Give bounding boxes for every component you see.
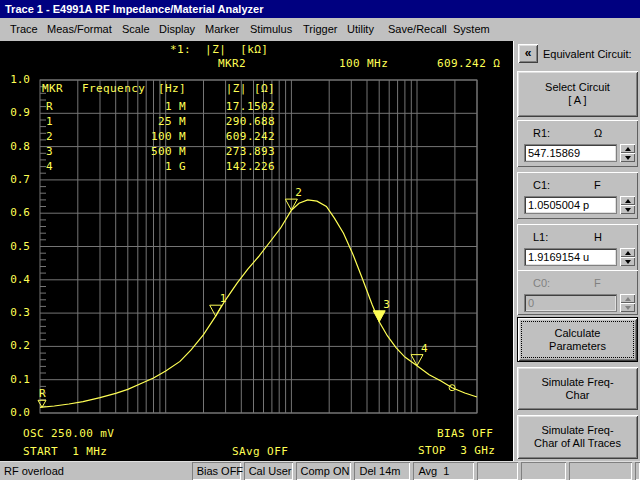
collapse-sidebar-button[interactable]: « — [518, 44, 538, 63]
sweep-average-label: SAvg OFF — [232, 446, 288, 458]
status-message: RF overload — [0, 462, 189, 480]
param-unit-r1: Ω — [594, 127, 602, 139]
param-unit-c0: F — [594, 277, 601, 289]
param-input-c0: 0 — [524, 294, 617, 312]
window-title: Trace 1 - E4991A RF Impedance/Material A… — [5, 3, 263, 15]
stop-frequency-label: STOP 3 GHz — [418, 445, 495, 457]
menu-item-marker[interactable]: Marker — [203, 18, 241, 41]
simulate-freq-char-all-label: Simulate Freq-Char of All Traces — [533, 424, 623, 450]
svg-text:2: 2 — [295, 186, 302, 199]
menu-bar: TraceMeas/FormatScaleDisplayMarkerStimul… — [0, 18, 640, 41]
menu-item-stimulus[interactable]: Stimulus — [248, 18, 294, 41]
status-cell-comp-on: Comp ON — [296, 462, 352, 480]
title-bar: Trace 1 - E4991A RF Impedance/Material A… — [0, 0, 640, 18]
marker-table-row-R: R1 M17.1502 — [40, 101, 275, 113]
param-group-r1: R1:Ω547.15869 — [517, 120, 638, 167]
marker-table-row-1: 125 M290.688 — [40, 116, 275, 128]
menu-item-system[interactable]: System — [451, 18, 492, 41]
bias-status-label: BIAS OFF — [437, 428, 493, 440]
y-tick-label: 0.8 — [4, 141, 30, 153]
select-circuit-line2: [ A ] — [533, 94, 623, 107]
svg-text:R: R — [39, 387, 46, 400]
spin-down-r1[interactable] — [620, 153, 635, 162]
active-marker-frequency: 100 MHz — [339, 58, 388, 70]
marker-table-row-4: 41 G142.226 — [40, 161, 275, 173]
y-tick-label: 0.6 — [4, 207, 30, 219]
param-unit-c1: F — [594, 179, 601, 191]
y-tick-label: 0.4 — [4, 274, 30, 286]
spin-down-l1[interactable] — [620, 257, 635, 266]
spin-up-r1[interactable] — [620, 144, 635, 153]
marker-R: R — [38, 387, 46, 407]
select-circuit-button[interactable]: Select Circuit [ A ] — [517, 71, 638, 117]
status-cell-del-14m: Del 14m — [354, 462, 410, 480]
softkey-sidebar: « Equivalent Circuit: Select Circuit [ A… — [513, 41, 640, 461]
marker-table-row-2: 2100 M609.242 — [40, 131, 275, 143]
instrument-screen: R1234 *1: |Z| [kΩ] MKR2 100 MHz 609.242 … — [0, 41, 513, 461]
y-tick-label: 0.2 — [4, 340, 30, 352]
param-group-l1: L1:H1.9169154 u — [517, 224, 638, 271]
marker-table-row-3: 3500 M273.893 — [40, 146, 275, 158]
marker-table-header: MKR Frequency [Hz] |Z| [Ω] — [40, 83, 275, 95]
menu-item-scale[interactable]: Scale — [120, 18, 152, 41]
svg-text:3: 3 — [383, 298, 390, 311]
calculate-parameters-label: Calculate Parameters — [533, 327, 623, 353]
param-label-r1: R1: — [533, 127, 550, 139]
menu-item-display[interactable]: Display — [157, 18, 197, 41]
y-tick-label: 0.1 — [4, 374, 30, 386]
param-group-c1: C1:F1.0505004 p — [517, 172, 638, 219]
select-circuit-line1: Select Circuit — [533, 81, 623, 94]
spin-up-l1[interactable] — [620, 248, 635, 257]
marker-2: 2 — [285, 186, 302, 210]
y-tick-label: 0.3 — [4, 307, 30, 319]
param-input-c1[interactable]: 1.0505004 p — [524, 196, 617, 214]
menu-item-meas-format[interactable]: Meas/Format — [45, 18, 114, 41]
status-cell-bias-off: Bias OFF — [192, 462, 241, 480]
param-input-r1[interactable]: 547.15869 — [524, 144, 617, 162]
calculate-parameters-button[interactable]: Calculate Parameters — [517, 317, 638, 362]
menu-item-utility[interactable]: Utility — [345, 18, 376, 41]
param-group-c0: C0:F0 — [517, 270, 638, 315]
y-tick-label: 0.9 — [4, 107, 30, 119]
param-label-c0: C0: — [533, 277, 550, 289]
param-unit-l1: H — [594, 231, 602, 243]
simulate-freq-char-button[interactable]: Simulate Freq-Char — [517, 367, 638, 410]
simulate-freq-char-label: Simulate Freq-Char — [533, 376, 623, 402]
menu-item-trigger[interactable]: Trigger — [301, 18, 339, 41]
col-mkr: MKR — [40, 83, 78, 95]
start-frequency-label: START 1 MHz — [23, 446, 107, 458]
status-cell-empty — [477, 462, 518, 480]
menu-item-save-recall[interactable]: Save/Recall — [386, 18, 449, 41]
status-cell-avg-1: Avg 1 — [413, 462, 474, 480]
status-cell-cal-user: Cal User — [244, 462, 293, 480]
marker-4: 4 — [411, 342, 428, 366]
trace-format-label: *1: |Z| [kΩ] — [170, 44, 268, 56]
y-tick-label: 0.5 — [4, 241, 30, 253]
col-z: |Z| [Ω] — [186, 83, 275, 95]
active-marker-name: MKR2 — [218, 58, 246, 70]
status-bar: RF overload Bias OFFCal UserComp ONDel 1… — [0, 461, 640, 480]
spin-up-c0 — [620, 294, 635, 303]
simulate-freq-char-all-button[interactable]: Simulate Freq-Char of All Traces — [517, 415, 638, 459]
spin-up-c1[interactable] — [620, 196, 635, 205]
status-cell-empty — [635, 462, 640, 480]
y-tick-label: 0.0 — [4, 407, 30, 419]
sidebar-title: Equivalent Circuit: — [543, 48, 632, 60]
col-frequency: Frequency — [82, 83, 145, 95]
status-cell-empty — [569, 462, 632, 480]
svg-text:4: 4 — [421, 342, 428, 355]
analyzer-window: Trace 1 - E4991A RF Impedance/Material A… — [0, 0, 640, 480]
param-label-c1: C1: — [533, 179, 550, 191]
status-cell-empty — [521, 462, 566, 480]
param-label-l1: L1: — [533, 231, 548, 243]
col-hz: [Hz] — [158, 83, 186, 95]
marker-3: 3 — [373, 298, 390, 322]
osc-level-label: OSC 250.00 mV — [23, 428, 114, 440]
active-marker-value: 609.242 Ω — [437, 58, 500, 70]
param-input-l1[interactable]: 1.9169154 u — [524, 248, 617, 266]
svg-text:1: 1 — [220, 292, 227, 305]
menu-item-trace[interactable]: Trace — [8, 18, 40, 41]
y-tick-label: 0.7 — [4, 174, 30, 186]
y-tick-label: 1.0 — [4, 74, 30, 86]
spin-down-c1[interactable] — [620, 205, 635, 214]
